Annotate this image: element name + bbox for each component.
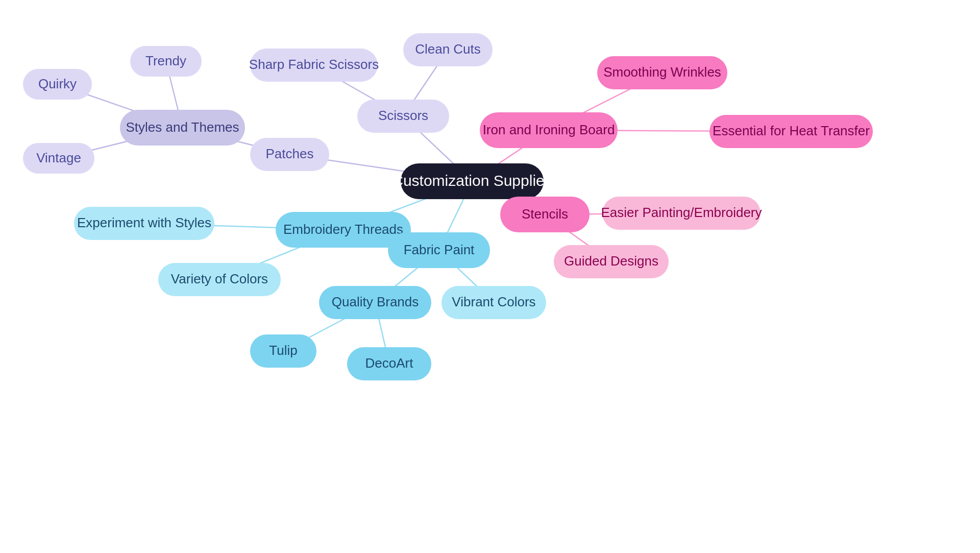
svg-text:Clean Cuts: Clean Cuts — [415, 41, 481, 57]
svg-text:Experiment with Styles: Experiment with Styles — [77, 215, 211, 230]
svg-text:Easier Painting/Embroidery: Easier Painting/Embroidery — [601, 205, 762, 220]
svg-text:Guided Designs: Guided Designs — [564, 253, 658, 269]
svg-text:Tulip: Tulip — [269, 343, 297, 358]
svg-text:Embroidery Threads: Embroidery Threads — [283, 222, 403, 237]
svg-text:Scissors: Scissors — [378, 108, 428, 123]
svg-text:Vibrant Colors: Vibrant Colors — [452, 294, 535, 309]
svg-text:Variety of Colors: Variety of Colors — [171, 271, 268, 286]
svg-text:Sharp Fabric Scissors: Sharp Fabric Scissors — [249, 57, 379, 72]
svg-text:Iron and Ironing Board: Iron and Ironing Board — [483, 122, 615, 137]
svg-text:Smoothing Wrinkles: Smoothing Wrinkles — [603, 64, 721, 80]
svg-text:Styles and Themes: Styles and Themes — [126, 119, 239, 135]
svg-text:DecoArt: DecoArt — [365, 355, 414, 371]
svg-text:Stencils: Stencils — [522, 206, 568, 222]
svg-text:Fabric Paint: Fabric Paint — [404, 242, 475, 257]
svg-text:Customization Supplies: Customization Supplies — [392, 172, 552, 189]
svg-text:Vintage: Vintage — [36, 150, 81, 165]
svg-text:Essential for Heat Transfer: Essential for Heat Transfer — [713, 123, 870, 138]
svg-text:Quality Brands: Quality Brands — [332, 294, 419, 309]
svg-text:Trendy: Trendy — [145, 53, 186, 68]
mind-map-canvas: Customization SuppliesScissorsSharp Fabr… — [0, 0, 980, 553]
svg-text:Quirky: Quirky — [38, 76, 77, 91]
svg-text:Patches: Patches — [266, 146, 314, 161]
